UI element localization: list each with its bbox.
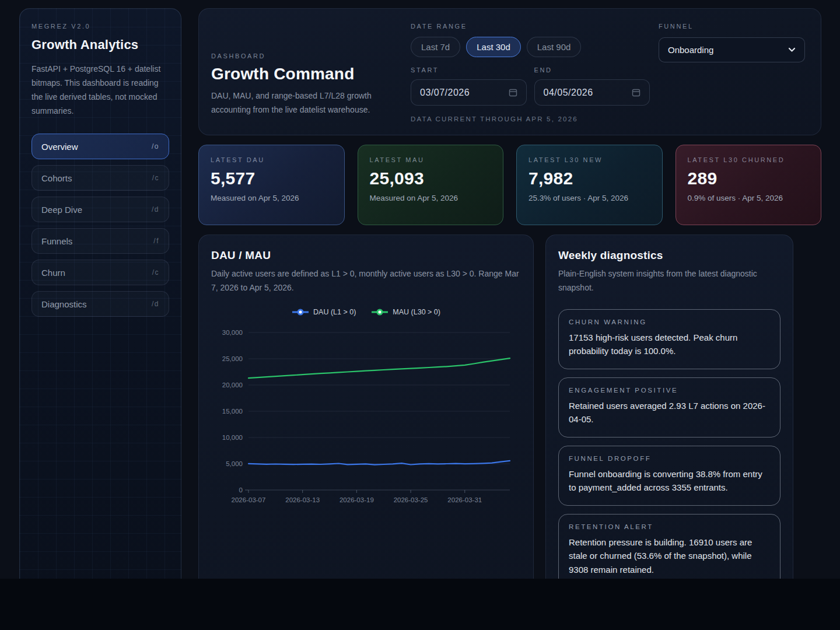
stat-subtext: Measured on Apr 5, 2026 <box>370 194 492 202</box>
chart-title: DAU / MAU <box>211 249 521 262</box>
legend-item: MAU (L30 > 0) <box>371 308 440 316</box>
stat-card-latest-dau: LATEST DAU 5,577 Measured on Apr 5, 2026 <box>198 145 345 225</box>
sidebar-title: Growth Analytics <box>32 37 169 52</box>
calendar-icon[interactable] <box>509 88 517 97</box>
dates-row: START 03/07/2026 END 04/05/2026 <box>411 66 650 106</box>
sidebar-description: FastAPI + PostgreSQL 16 + datelist bitma… <box>32 62 169 118</box>
range-last-30d-button[interactable]: Last 30d <box>466 37 521 57</box>
weekly-diagnostics-panel: Weekly diagnostics Plain-English system … <box>545 235 793 579</box>
stat-card-latest-mau: LATEST MAU 25,093 Measured on Apr 5, 202… <box>358 145 504 225</box>
stats-row: LATEST DAU 5,577 Measured on Apr 5, 2026… <box>198 145 821 225</box>
funnel-select[interactable]: Onboarding <box>659 37 805 62</box>
sidebar-nav: Overview /o Cohorts /c Deep Dive /d Funn… <box>32 134 169 317</box>
end-date-input[interactable]: 04/05/2026 <box>534 79 650 106</box>
x-axis-tick-label: 2026-03-19 <box>340 496 374 503</box>
range-last-7d-button[interactable]: Last 7d <box>411 37 460 57</box>
stat-card-latest-l30-new: LATEST L30 NEW 7,982 25.3% of users · Ap… <box>516 145 663 225</box>
date-range-label: DATE RANGE <box>411 23 650 30</box>
start-label: START <box>411 66 527 74</box>
chart-description: Daily active users are defined as L1 > 0… <box>211 267 521 295</box>
diagnostic-card-title: RETENTION ALERT <box>569 523 770 530</box>
diagnostic-card-retention-alert: RETENTION ALERT Retention pressure is bu… <box>558 514 780 579</box>
y-axis-tick-label: 0 <box>239 487 243 494</box>
data-current-note: DATA CURRENT THROUGH APR 5, 2026 <box>411 116 650 123</box>
series-line <box>249 460 510 464</box>
start-date-value: 03/07/2026 <box>420 88 470 98</box>
sidebar-item-churn[interactable]: Churn /c <box>32 260 169 285</box>
start-date-input[interactable]: 03/07/2026 <box>411 79 527 106</box>
diagnostic-card-funnel-dropoff: FUNNEL DROPOFF Funnel onboarding is conv… <box>558 446 780 506</box>
dashboard-eyebrow: DASHBOARD <box>211 52 392 60</box>
stat-label: LATEST L30 CHURNED <box>688 156 810 163</box>
sidebar-item-deep-dive[interactable]: Deep Dive /d <box>32 197 169 222</box>
x-axis-tick-label: 2026-03-31 <box>447 496 482 503</box>
y-axis-tick-label: 30,000 <box>222 329 243 336</box>
diagnostic-card-engagement-positive: ENGAGEMENT POSITIVE Retained users avera… <box>558 377 780 438</box>
page-description: DAU, MAU, and range-based L7/L28 growth … <box>211 89 392 117</box>
start-date-field: START 03/07/2026 <box>411 66 527 106</box>
date-range-buttons: Last 7d Last 30d Last 90d <box>411 37 650 57</box>
legend-marker-icon <box>371 309 388 316</box>
legend-marker-icon <box>292 309 309 316</box>
y-axis-tick-label: 25,000 <box>222 355 243 362</box>
legend-label: MAU (L30 > 0) <box>393 308 440 316</box>
sidebar-item-label: Churn <box>41 268 65 278</box>
sidebar-item-shortcut: /d <box>152 300 159 308</box>
sidebar-item-diagnostics[interactable]: Diagnostics /d <box>32 291 169 317</box>
sidebar-item-overview[interactable]: Overview /o <box>32 134 169 159</box>
range-last-90d-button[interactable]: Last 90d <box>527 37 582 57</box>
calendar-icon[interactable] <box>632 88 640 97</box>
sidebar-item-shortcut: /c <box>152 268 159 276</box>
stat-value: 25,093 <box>370 169 492 188</box>
sidebar-item-label: Diagnostics <box>41 299 87 309</box>
date-controls: DATE RANGE Last 7d Last 30d Last 90d STA… <box>411 23 650 123</box>
bottom-row: DAU / MAU Daily active users are defined… <box>198 235 821 579</box>
end-date-field: END 04/05/2026 <box>534 66 650 106</box>
header-card: DASHBOARD Growth Command DAU, MAU, and r… <box>198 8 821 135</box>
stat-label: LATEST L30 NEW <box>528 156 650 163</box>
sidebar-item-label: Cohorts <box>41 173 72 183</box>
y-axis-tick-label: 5,000 <box>226 460 243 467</box>
legend-item: DAU (L1 > 0) <box>292 308 356 316</box>
stat-label: LATEST DAU <box>211 156 332 163</box>
main-content: DASHBOARD Growth Command DAU, MAU, and r… <box>198 8 821 579</box>
diagnostic-card-body: Funnel onboarding is converting 38.8% fr… <box>569 467 770 495</box>
stat-subtext: Measured on Apr 5, 2026 <box>211 194 332 202</box>
x-axis-tick-label: 2026-03-25 <box>394 496 428 503</box>
diagnostic-card-body: Retention pressure is building. 16910 us… <box>569 536 770 577</box>
y-axis-tick-label: 20,000 <box>222 382 243 388</box>
end-date-value: 04/05/2026 <box>544 88 593 98</box>
sidebar-item-cohorts[interactable]: Cohorts /c <box>32 165 169 191</box>
stat-subtext: 25.3% of users · Apr 5, 2026 <box>528 194 650 202</box>
dau-mau-panel: DAU / MAU Daily active users are defined… <box>198 235 534 579</box>
dau-mau-line-chart: 05,00010,00015,00020,00025,00030,0002026… <box>211 320 522 505</box>
stat-label: LATEST MAU <box>370 156 492 163</box>
sidebar-item-label: Funnels <box>41 236 72 246</box>
header-left: DASHBOARD Growth Command DAU, MAU, and r… <box>211 52 392 117</box>
y-axis-tick-label: 10,000 <box>222 434 243 441</box>
sidebar-item-label: Overview <box>41 142 78 152</box>
sidebar: MEGREZ V2.0 Growth Analytics FastAPI + P… <box>19 8 181 579</box>
chevron-down-icon <box>788 47 796 52</box>
sidebar-item-shortcut: /d <box>152 205 159 214</box>
stat-value: 5,577 <box>211 169 332 188</box>
legend-label: DAU (L1 > 0) <box>313 308 356 316</box>
funnel-selected-value: Onboarding <box>668 45 713 55</box>
stat-value: 7,982 <box>528 169 650 188</box>
funnel-label: FUNNEL <box>659 23 805 30</box>
diagnostic-card-title: CHURN WARNING <box>569 318 770 326</box>
sidebar-item-shortcut: /f <box>153 237 159 245</box>
chart-legend: DAU (L1 > 0)MAU (L30 > 0) <box>211 308 521 316</box>
sidebar-item-shortcut: /o <box>152 142 159 150</box>
end-label: END <box>534 66 650 74</box>
diagnostic-card-body: Retained users averaged 2.93 L7 actions … <box>569 399 770 426</box>
diagnostics-description: Plain-English system insights from the l… <box>558 267 780 295</box>
diagnostic-card-churn-warning: CHURN WARNING 17153 high-risk users dete… <box>558 309 780 369</box>
x-axis-tick-label: 2026-03-07 <box>232 496 266 503</box>
app-viewport: MEGREZ V2.0 Growth Analytics FastAPI + P… <box>0 0 840 579</box>
sidebar-item-funnels[interactable]: Funnels /f <box>32 228 169 254</box>
brand-label: MEGREZ V2.0 <box>32 23 169 30</box>
page-title: Growth Command <box>211 65 392 83</box>
stat-card-latest-l30-churned: LATEST L30 CHURNED 289 0.9% of users · A… <box>676 145 822 225</box>
diagnostic-card-body: 17153 high-risk users detected. Peak chu… <box>569 331 770 358</box>
